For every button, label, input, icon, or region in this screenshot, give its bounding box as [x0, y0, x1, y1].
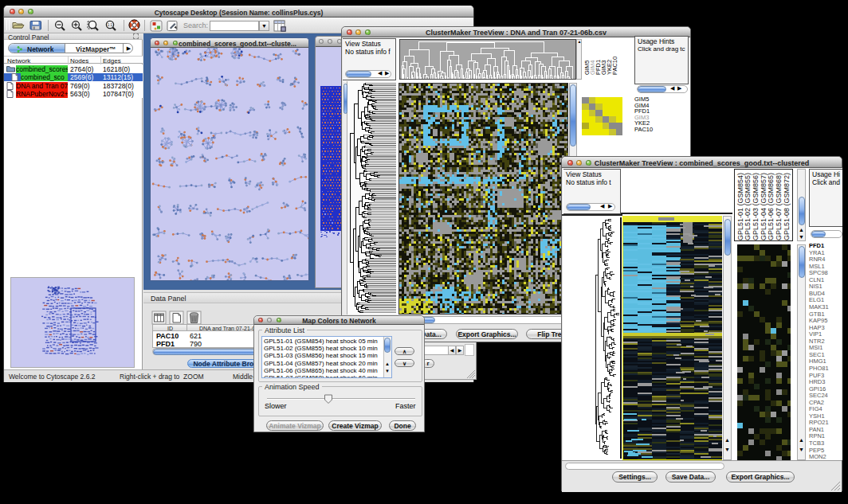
svg-text:1:1: 1:1: [108, 23, 113, 27]
